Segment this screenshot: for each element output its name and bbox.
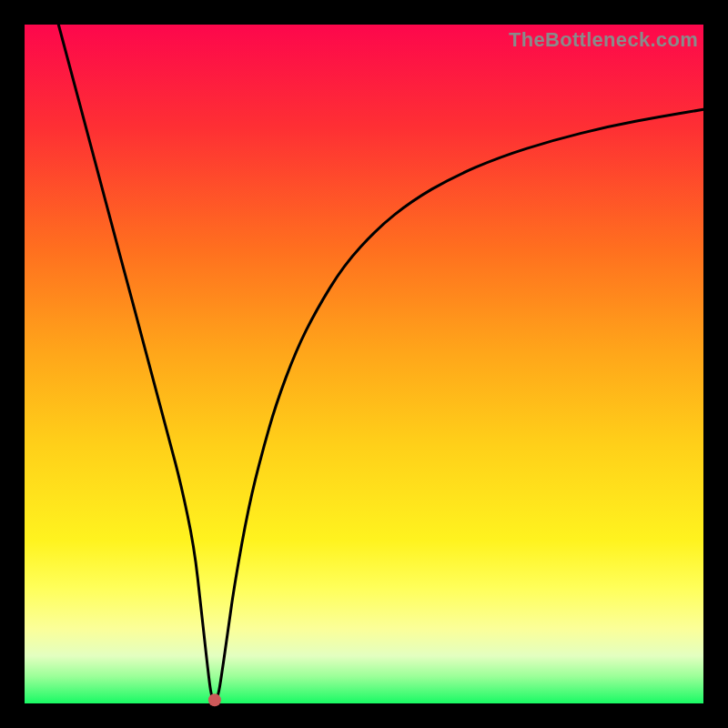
plot-area: TheBottleneck.com xyxy=(25,25,703,703)
chart-frame: TheBottleneck.com xyxy=(0,0,728,728)
bottleneck-curve-path xyxy=(58,25,703,699)
minimum-marker xyxy=(208,693,221,706)
curve-svg xyxy=(25,25,703,703)
